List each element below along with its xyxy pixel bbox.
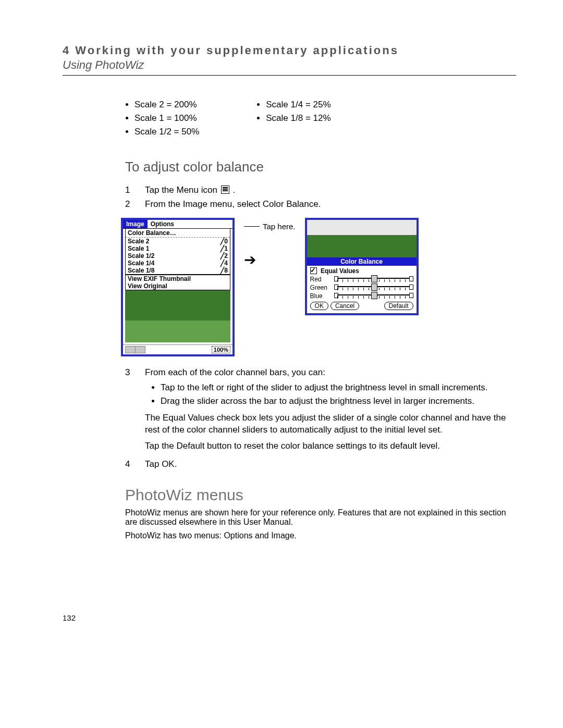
- channel-label: Red: [310, 276, 331, 283]
- figure-row: Image Options Color Balance… Scale 2╱0 S…: [121, 218, 516, 356]
- step-text: .: [232, 185, 235, 195]
- menu-item-scale[interactable]: Scale 1/2╱2: [126, 252, 230, 260]
- scale-list: Scale 2 = 200% Scale 1 = 100% Scale 1/2 …: [125, 96, 516, 140]
- dialog-title: Color Balance: [307, 257, 417, 266]
- step-text: From each of the color channel bars, you…: [145, 367, 325, 377]
- callout-leader: [244, 226, 260, 227]
- screenshot-image-menu: Image Options Color Balance… Scale 2╱0 S…: [121, 218, 235, 356]
- paragraph: Tap the Default button to reset the colo…: [145, 440, 516, 452]
- photo-preview: [307, 220, 417, 257]
- menu-item-scale[interactable]: Scale 1╱1: [126, 245, 230, 252]
- step-text: From the Image menu, select Color Balanc…: [145, 199, 516, 211]
- section-subtitle: Using PhotoWiz: [63, 58, 516, 72]
- section-heading: PhotoWiz menus: [125, 486, 516, 504]
- page-number: 132: [63, 613, 516, 622]
- ok-button[interactable]: OK: [310, 302, 328, 310]
- list-item: Drag the slider across the bar to adjust…: [161, 396, 516, 407]
- step-text: Tap the Menu icon: [145, 185, 220, 195]
- menu-item-view-original[interactable]: View Original: [126, 282, 230, 290]
- step-number: 3: [125, 367, 145, 456]
- step-number: 2: [125, 199, 145, 211]
- list-item: Scale 2 = 200%: [134, 100, 199, 110]
- screenshot-color-balance: Color Balance Equal Values Red Green: [305, 218, 419, 315]
- list-item: Tap to the left or right of the slider t…: [161, 382, 516, 393]
- menu-item-view-exif[interactable]: View EXIF Thumbnail: [126, 275, 230, 282]
- menu-item-scale[interactable]: Scale 2╱0: [126, 238, 230, 245]
- list-item: Scale 1/4 = 25%: [266, 100, 331, 110]
- tab-image[interactable]: Image: [123, 220, 148, 228]
- equal-values-checkbox[interactable]: Equal Values: [310, 267, 413, 275]
- image-menu-dropdown: Color Balance… Scale 2╱0 Scale 1╱1 Scale…: [125, 229, 230, 290]
- paragraph: PhotoWiz has two menus: Options and Imag…: [125, 531, 516, 540]
- toolbar-icon[interactable]: [125, 346, 136, 353]
- procedure-heading: To adjust color balance: [125, 159, 516, 175]
- list-item: Scale 1/2 = 50%: [134, 127, 199, 137]
- callout-text: Tap here.: [263, 222, 296, 231]
- paragraph: PhotoWiz menus are shown here for your r…: [125, 508, 516, 527]
- blue-slider[interactable]: [334, 292, 413, 300]
- step-number: 1: [125, 184, 145, 196]
- list-item: Scale 1 = 100%: [134, 113, 199, 124]
- arrow-right-icon: ➔: [244, 253, 256, 267]
- photo-preview: [125, 290, 230, 342]
- step-text: Tap OK.: [145, 459, 516, 471]
- chapter-title: 4 Working with your supplementary applic…: [63, 44, 516, 57]
- menu-item-color-balance[interactable]: Color Balance…: [126, 229, 230, 238]
- menu-item-scale[interactable]: Scale 1/8╱8: [126, 267, 230, 275]
- paragraph: The Equal Values check box lets you adju…: [145, 412, 516, 436]
- green-slider[interactable]: [334, 284, 413, 291]
- tab-options[interactable]: Options: [148, 220, 177, 228]
- step-number: 4: [125, 459, 145, 471]
- menu-item-scale[interactable]: Scale 1/4╱4: [126, 260, 230, 267]
- menu-icon: [221, 186, 229, 194]
- channel-label: Blue: [310, 292, 331, 300]
- zoom-indicator[interactable]: 100%: [212, 346, 230, 353]
- header-rule: [63, 75, 516, 76]
- cancel-button[interactable]: Cancel: [331, 302, 359, 310]
- checkbox-icon[interactable]: [310, 267, 317, 274]
- procedure-steps: 1 Tap the Menu icon . 2 From the Image m…: [125, 184, 516, 211]
- default-button[interactable]: Default: [384, 302, 413, 310]
- channel-label: Green: [310, 284, 331, 291]
- toolbar-icon[interactable]: [136, 346, 145, 353]
- red-slider[interactable]: [334, 276, 413, 283]
- list-item: Scale 1/8 = 12%: [266, 113, 331, 124]
